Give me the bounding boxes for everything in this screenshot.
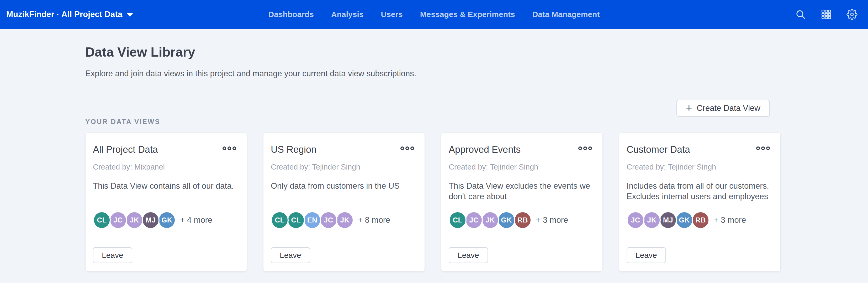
card-title: Approved Events (449, 144, 521, 155)
nav-item-users[interactable]: Users (381, 10, 403, 19)
more-members-label: + 4 more (180, 215, 212, 225)
data-view-card: US Region Created by: Tejinder Singh Onl… (263, 133, 425, 272)
nav-item-analysis[interactable]: Analysis (331, 10, 364, 19)
leave-button[interactable]: Leave (271, 247, 310, 263)
ellipsis-dot-icon (578, 146, 582, 150)
data-view-library-page: MuzikFinder · All Project Data Dashboard… (0, 0, 868, 283)
nav-item-messages-experiments[interactable]: Messages & Experiments (420, 10, 515, 19)
project-switcher[interactable]: MuzikFinder · All Project Data (0, 10, 133, 19)
data-view-card: Approved Events Created by: Tejinder Sin… (441, 133, 603, 272)
data-view-card: Customer Data Created by: Tejinder Singh… (619, 133, 781, 272)
avatar-stack: CL CL EN JC JK (271, 211, 354, 229)
card-title: US Region (271, 144, 316, 155)
ellipsis-dot-icon (405, 146, 409, 150)
ellipsis-dot-icon (766, 146, 770, 150)
avatar-row: JC JK MJ GK RB + 3 more (627, 211, 770, 229)
avatar: GK (158, 211, 176, 229)
card-created-by: Created by: Tejinder Singh (271, 163, 414, 171)
page-title: Data View Library (85, 45, 868, 60)
avatar: JK (125, 211, 143, 229)
card-menu-button[interactable] (400, 144, 414, 150)
card-created-by: Created by: Tejinder Singh (627, 163, 770, 171)
card-title: Customer Data (627, 144, 690, 155)
main-content: Data View Library Explore and join data … (0, 29, 868, 272)
avatar: GK (675, 211, 693, 229)
ellipsis-dot-icon (761, 146, 765, 150)
more-members-label: + 3 more (536, 215, 568, 225)
card-menu-button[interactable] (578, 144, 592, 150)
avatar-stack: CL JC JK MJ GK (93, 211, 176, 229)
project-switcher-label: MuzikFinder · All Project Data (6, 10, 122, 19)
card-created-by: Created by: Tejinder Singh (449, 163, 592, 171)
avatar-row: CL JC JK MJ GK + 4 more (93, 211, 236, 229)
avatar: JK (336, 211, 354, 229)
create-data-view-label: Create Data View (696, 104, 760, 113)
avatar: JK (481, 211, 499, 229)
avatar: JC (465, 211, 483, 229)
ellipsis-dot-icon (232, 146, 236, 150)
data-view-card: All Project Data Created by: Mixpanel Th… (85, 133, 247, 272)
avatar-row: CL CL EN JC JK + 8 more (271, 211, 414, 229)
avatar: JC (319, 211, 337, 229)
card-created-by: Created by: Mixpanel (93, 163, 236, 171)
card-description: Includes data from all of our customers.… (627, 181, 770, 211)
ellipsis-dot-icon (222, 146, 226, 150)
card-description: This Data View excludes the events we do… (449, 181, 592, 211)
avatar: JC (627, 211, 645, 229)
topbar-icons (795, 9, 858, 20)
card-menu-button[interactable] (756, 144, 770, 150)
nav-item-data-management[interactable]: Data Management (532, 10, 600, 19)
section-label: YOUR DATA VIEWS (85, 118, 868, 126)
card-description: This Data View contains all of our data. (93, 181, 236, 211)
avatar: MJ (659, 211, 677, 229)
search-icon[interactable] (795, 9, 806, 20)
avatar: RB (514, 211, 532, 229)
leave-button[interactable]: Leave (449, 247, 488, 263)
ellipsis-dot-icon (756, 146, 760, 150)
ellipsis-dot-icon (400, 146, 404, 150)
settings-gear-icon[interactable] (846, 9, 858, 20)
avatar-stack: JC JK MJ GK RB (627, 211, 710, 229)
avatar: CL (287, 211, 305, 229)
more-members-label: + 8 more (358, 215, 390, 225)
create-data-view-button[interactable]: + Create Data View (677, 100, 770, 117)
topbar: MuzikFinder · All Project Data Dashboard… (0, 0, 868, 29)
avatar: EN (303, 211, 321, 229)
nav-item-dashboards[interactable]: Dashboards (269, 10, 314, 19)
card-description: Only data from customers in the US (271, 181, 414, 211)
avatar: CL (93, 211, 111, 229)
ellipsis-dot-icon (588, 146, 592, 150)
avatar-stack: CL JC JK GK RB (449, 211, 532, 229)
ellipsis-dot-icon (227, 146, 231, 150)
ellipsis-dot-icon (410, 146, 414, 150)
card-menu-button[interactable] (222, 144, 236, 150)
avatar: MJ (142, 211, 159, 229)
page-subtitle: Explore and join data views in this proj… (85, 69, 868, 78)
chevron-down-icon (127, 13, 133, 17)
avatar: GK (497, 211, 515, 229)
avatar-row: CL JC JK GK RB + 3 more (449, 211, 592, 229)
leave-button[interactable]: Leave (93, 247, 132, 263)
avatar: RB (692, 211, 710, 229)
plus-icon: + (686, 103, 692, 113)
leave-button[interactable]: Leave (627, 247, 666, 263)
avatar: CL (271, 211, 289, 229)
card-title: All Project Data (93, 144, 158, 155)
avatar: JK (643, 211, 661, 229)
top-nav: Dashboards Analysis Users Messages & Exp… (269, 10, 600, 19)
ellipsis-dot-icon (583, 146, 587, 150)
apps-grid-icon[interactable] (821, 9, 832, 20)
avatar: JC (109, 211, 127, 229)
avatar: CL (449, 211, 467, 229)
more-members-label: + 3 more (714, 215, 746, 225)
data-view-cards: All Project Data Created by: Mixpanel Th… (85, 133, 868, 272)
